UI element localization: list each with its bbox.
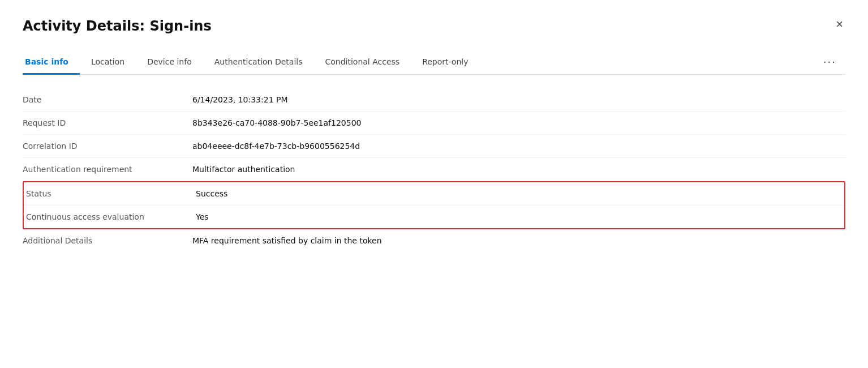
tab-device-info[interactable]: Device info	[136, 52, 203, 75]
field-row-auth-requirement: Authentication requirement Multifactor a…	[23, 158, 845, 181]
tab-location[interactable]: Location	[80, 52, 136, 75]
field-value-continuous-access-eval: Yes	[196, 212, 209, 221]
field-row-request-id: Request ID 8b343e26-ca70-4088-90b7-5ee1a…	[23, 112, 845, 135]
field-label-request-id: Request ID	[23, 118, 192, 127]
field-label-continuous-access-eval: Continuous access evaluation	[26, 212, 196, 221]
field-label-auth-requirement: Authentication requirement	[23, 165, 192, 174]
tab-more-button[interactable]: ···	[814, 50, 845, 75]
highlighted-fields-group: Status Success Continuous access evaluat…	[23, 181, 845, 229]
tab-authentication-details[interactable]: Authentication Details	[203, 52, 314, 75]
field-value-correlation-id: ab04eeee-dc8f-4e7b-73cb-b9600556254d	[192, 142, 360, 151]
field-value-status: Success	[196, 189, 227, 198]
field-value-date: 6/14/2023, 10:33:21 PM	[192, 95, 288, 104]
field-label-additional-details: Additional Details	[23, 236, 192, 245]
tab-conditional-access[interactable]: Conditional Access	[313, 52, 411, 75]
tab-report-only[interactable]: Report-only	[411, 52, 479, 75]
field-value-additional-details: MFA requirement satisfied by claim in th…	[192, 236, 382, 245]
activity-details-dialog: × Activity Details: Sign-ins Basic info …	[0, 0, 868, 368]
tab-basic-info[interactable]: Basic info	[23, 52, 80, 75]
field-label-correlation-id: Correlation ID	[23, 142, 192, 151]
field-label-date: Date	[23, 95, 192, 104]
field-row-continuous-access-eval: Continuous access evaluation Yes	[24, 206, 844, 228]
field-value-auth-requirement: Multifactor authentication	[192, 165, 295, 174]
dialog-title: Activity Details: Sign-ins	[23, 18, 845, 34]
field-row-date: Date 6/14/2023, 10:33:21 PM	[23, 88, 845, 112]
field-value-request-id: 8b343e26-ca70-4088-90b7-5ee1af120500	[192, 118, 361, 127]
field-label-status: Status	[26, 189, 196, 198]
field-row-correlation-id: Correlation ID ab04eeee-dc8f-4e7b-73cb-b…	[23, 135, 845, 158]
content-area: Date 6/14/2023, 10:33:21 PM Request ID 8…	[23, 88, 845, 252]
close-button[interactable]: ×	[831, 16, 848, 33]
tabs-container: Basic info Location Device info Authenti…	[23, 50, 845, 75]
field-row-status: Status Success	[24, 182, 844, 206]
field-row-additional-details: Additional Details MFA requirement satis…	[23, 229, 845, 252]
